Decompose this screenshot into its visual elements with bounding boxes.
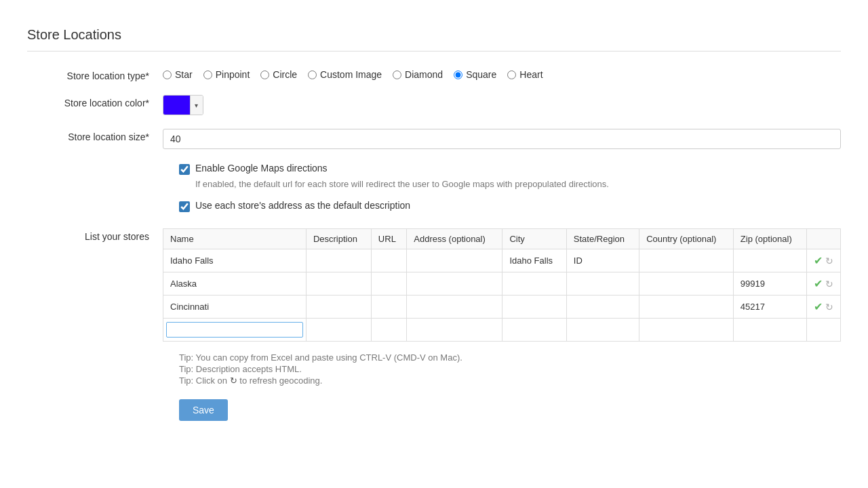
stores-header-row: Name Description URL Address (optional) … [163,229,841,249]
new-row-url-cell [371,319,406,342]
table-row: Cincinnati 45217 ✔ ↻ [163,296,841,319]
row2-check-icon[interactable]: ✔ [814,277,823,290]
row1-state: ID [566,249,639,272]
row1-zip [733,249,806,272]
divider [27,51,841,52]
row1-url [371,249,406,272]
default-description-checkbox-row: Use each store's address as the default … [179,200,841,212]
new-row-city-cell [502,319,566,342]
google-maps-help-text: If enabled, the default url for each sto… [195,179,841,189]
default-description-checkbox-label[interactable]: Use each store's address as the default … [195,200,410,211]
stores-table-body: Idaho Falls Idaho Falls ID ✔ ↻ [163,249,841,342]
row3-country [639,296,734,319]
radio-diamond[interactable]: Diamond [393,69,443,80]
google-maps-section: Enable Google Maps directions If enabled… [179,163,841,189]
stores-label: List your stores [27,228,163,242]
tips-section: Tip: You can copy from Excel and paste u… [179,352,841,386]
radio-square[interactable]: Square [454,69,496,80]
location-type-control: Star Pinpoint Circle Custom Image Diamon… [163,68,841,80]
radio-square-label[interactable]: Square [466,69,496,80]
row1-actions: ✔ ↻ [807,249,841,272]
table-row: Idaho Falls Idaho Falls ID ✔ ↻ [163,249,841,272]
tip-1-text: Tip: You can copy from Excel and paste u… [179,352,462,363]
new-row-actions-cell [807,319,841,342]
location-type-row: Store location type* Star Pinpoint Circl… [27,68,841,81]
google-maps-checkbox[interactable] [179,164,190,175]
col-address: Address (optional) [407,229,502,249]
row3-check-icon[interactable]: ✔ [814,300,823,313]
row1-city: Idaho Falls [502,249,566,272]
row2-action-icons: ✔ ↻ [814,277,833,290]
table-row: Alaska 99919 ✔ ↻ [163,272,841,296]
radio-custom-image-label[interactable]: Custom Image [320,69,382,80]
col-city: City [502,229,566,249]
row3-address [407,296,502,319]
save-button[interactable]: Save [179,399,228,421]
tip-2: Tip: Description accepts HTML. [179,364,841,374]
col-description: Description [306,229,371,249]
new-row-description-cell [306,319,371,342]
radio-star-label[interactable]: Star [175,69,193,80]
stores-section: List your stores Name Description URL Ad… [27,228,841,342]
row1-name: Idaho Falls [163,249,307,272]
location-color-control: ▾ [163,95,841,115]
new-row-country-cell [639,319,734,342]
tip-2-text: Tip: Description accepts HTML. [179,364,302,374]
page-title: Store Locations [27,27,841,43]
stores-table-wrapper: Name Description URL Address (optional) … [163,228,841,342]
color-picker[interactable]: ▾ [163,95,203,115]
color-swatch [163,95,190,115]
row1-action-icons: ✔ ↻ [814,254,833,267]
row2-state [566,272,639,296]
row3-zip: 45217 [733,296,806,319]
stores-table-header: Name Description URL Address (optional) … [163,229,841,249]
radio-circle-label[interactable]: Circle [273,69,297,80]
col-state: State/Region [566,229,639,249]
new-row-address-cell [407,319,502,342]
new-row-name-cell[interactable] [163,319,307,342]
row1-address [407,249,502,272]
tip-3-text: Tip: Click on ↻ to refresh geocoding. [179,375,322,386]
new-row-name-input[interactable] [166,322,303,338]
row2-description [306,272,371,296]
row3-description [306,296,371,319]
row1-refresh-icon[interactable]: ↻ [825,256,833,266]
row2-address [407,272,502,296]
radio-heart-label[interactable]: Heart [519,69,542,80]
col-country: Country (optional) [639,229,734,249]
radio-circle[interactable]: Circle [260,69,297,80]
location-size-row: Store location size* 40 [27,129,841,149]
google-maps-checkbox-label[interactable]: Enable Google Maps directions [195,163,328,174]
col-url: URL [371,229,406,249]
location-size-label: Store location size* [27,129,163,142]
row2-country [639,272,734,296]
location-size-control: 40 [163,129,841,149]
row3-refresh-icon[interactable]: ↻ [825,302,833,312]
tip-1: Tip: You can copy from Excel and paste u… [179,352,841,363]
row3-url [371,296,406,319]
radio-diamond-label[interactable]: Diamond [405,69,443,80]
row2-actions: ✔ ↻ [807,272,841,296]
row2-refresh-icon[interactable]: ↻ [825,279,833,289]
radio-pinpoint-label[interactable]: Pinpoint [216,69,250,80]
col-actions [807,229,841,249]
row1-check-icon[interactable]: ✔ [814,254,823,267]
radio-custom-image[interactable]: Custom Image [308,69,382,80]
stores-table: Name Description URL Address (optional) … [163,228,841,342]
col-name: Name [163,229,307,249]
radio-star[interactable]: Star [163,69,193,80]
default-description-checkbox[interactable] [179,201,190,212]
radio-pinpoint[interactable]: Pinpoint [203,69,250,80]
row2-city [502,272,566,296]
location-type-label: Store location type* [27,68,163,81]
location-color-label: Store location color* [27,95,163,108]
color-dropdown-arrow-icon[interactable]: ▾ [190,95,203,115]
row3-state [566,296,639,319]
row1-description [306,249,371,272]
radio-heart[interactable]: Heart [507,69,542,80]
row2-zip: 99919 [733,272,806,296]
tip-3: Tip: Click on ↻ to refresh geocoding. [179,375,841,386]
col-zip: Zip (optional) [733,229,806,249]
row3-actions: ✔ ↻ [807,296,841,319]
location-size-input[interactable]: 40 [163,129,841,149]
